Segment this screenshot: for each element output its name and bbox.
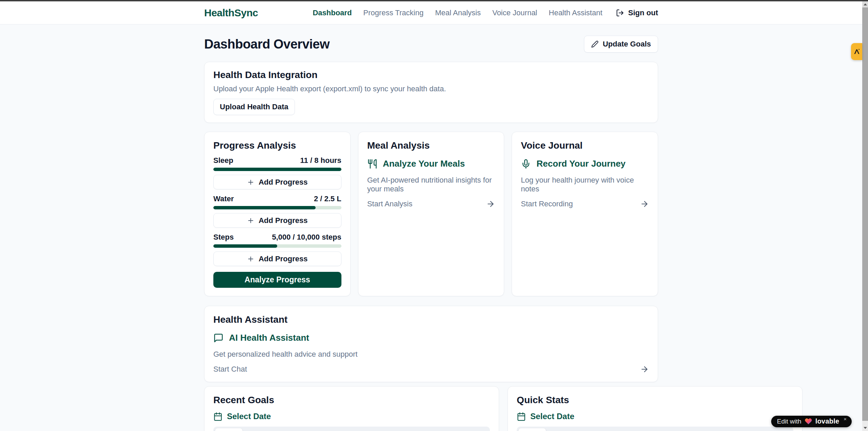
scroll-down-button[interactable]	[862, 425, 868, 431]
analyze-your-meals-link[interactable]: Analyze Your Meals	[383, 158, 465, 169]
select-date-label: Select Date	[530, 412, 574, 421]
chat-bubble-icon	[213, 333, 224, 343]
dev-tool-floating-button[interactable]	[851, 43, 862, 60]
arrow-right-icon	[640, 200, 649, 208]
water-metric: Water 2 / 2.5 L Add Progress	[213, 194, 341, 228]
health-assistant-card: Health Assistant AI Health Assistant Get…	[204, 306, 658, 382]
sleep-progress-bar	[213, 168, 341, 171]
recent-goals-date-tabs: Today Yesterday Sat, Feb 1 Fri, Jan 31 T…	[213, 427, 490, 431]
plus-icon	[247, 179, 254, 186]
voice-journal-card: Voice Journal Record Your Journey Log yo…	[512, 132, 658, 296]
edit-with-lovable-badge[interactable]: Edit with lovable ×	[771, 416, 852, 427]
scroll-up-arrow-icon	[864, 3, 867, 5]
nav-link-voice-journal[interactable]: Voice Journal	[492, 8, 537, 17]
tab-fri-jan-31[interactable]: Fri, Jan 31	[622, 428, 661, 431]
sleep-metric: Sleep 11 / 8 hours Add Progress	[213, 156, 341, 189]
add-progress-label: Add Progress	[259, 255, 307, 263]
utensils-icon	[367, 159, 377, 169]
sign-out-label: Sign out	[628, 8, 658, 17]
tab-tue-jan-28[interactable]: Tue, Jan 28	[749, 428, 792, 431]
tab-sat-feb-1[interactable]: Sat, Feb 1	[280, 428, 318, 431]
meal-analysis-card: Meal Analysis Analyze Your Meals Get AI-…	[358, 132, 504, 296]
start-chat-label: Start Chat	[213, 365, 247, 374]
tab-yesterday[interactable]: Yesterday	[546, 428, 583, 431]
progress-analysis-title: Progress Analysis	[213, 140, 341, 151]
ai-health-assistant-link[interactable]: AI Health Assistant	[229, 333, 309, 343]
lovable-brand-label: lovable	[815, 417, 839, 425]
water-progress-fill	[213, 206, 316, 209]
steps-metric: Steps 5,000 / 10,000 steps Add Progress	[213, 233, 341, 266]
water-add-progress-button[interactable]: Add Progress	[213, 213, 341, 228]
calendar-icon	[517, 412, 526, 421]
start-recording-label: Start Recording	[521, 200, 573, 208]
start-analysis-label: Start Analysis	[367, 200, 412, 208]
steps-progress-fill	[213, 244, 277, 248]
health-data-card-title: Health Data Integration	[213, 70, 649, 80]
scroll-down-arrow-icon	[864, 427, 867, 429]
water-value: 2 / 2.5 L	[314, 194, 341, 203]
update-goals-button[interactable]: Update Goals	[584, 36, 658, 53]
page-scrollbar[interactable]	[862, 1, 868, 431]
lovable-logo-icon	[853, 48, 861, 56]
tab-tue-jan-28[interactable]: Tue, Jan 28	[445, 428, 488, 431]
start-chat-row[interactable]: Start Chat	[213, 365, 649, 374]
plus-icon	[247, 217, 254, 224]
sleep-value: 11 / 8 hours	[300, 156, 341, 165]
close-icon[interactable]: ×	[844, 416, 847, 422]
nav-link-dashboard[interactable]: Dashboard	[313, 8, 352, 17]
scrollbar-thumb[interactable]	[862, 7, 868, 421]
health-data-card-description: Upload your Apple Health export (export.…	[213, 85, 649, 93]
quick-stats-date-tabs: Today Yesterday Sat, Feb 1 Fri, Jan 31 T…	[517, 427, 793, 431]
edit-with-label: Edit with	[777, 418, 801, 425]
scroll-up-button[interactable]	[862, 1, 868, 7]
tab-sat-feb-1[interactable]: Sat, Feb 1	[583, 428, 622, 431]
tab-today[interactable]: Today	[215, 428, 243, 431]
record-your-journey-link[interactable]: Record Your Journey	[536, 158, 625, 169]
meal-analysis-description: Get AI-powered nutritional insights for …	[367, 176, 495, 193]
sign-out-button[interactable]: Sign out	[616, 8, 658, 17]
analyze-progress-button[interactable]: Analyze Progress	[213, 272, 341, 288]
recent-goals-card: Recent Goals Select Date Today Yesterday…	[204, 386, 499, 431]
voice-journal-title: Voice Journal	[521, 140, 649, 151]
arrow-right-icon	[486, 200, 495, 208]
page-viewport: HealthSync Dashboard Progress Tracking M…	[0, 1, 862, 431]
voice-journal-description: Log your health journey with voice notes	[521, 176, 649, 193]
steps-label: Steps	[213, 233, 234, 242]
sleep-add-progress-button[interactable]: Add Progress	[213, 175, 341, 189]
select-date-label: Select Date	[227, 412, 271, 421]
quick-stats-card: Quick Stats Select Date Today Yesterday …	[508, 386, 802, 431]
nav-link-progress-tracking[interactable]: Progress Tracking	[363, 8, 423, 17]
sleep-progress-fill	[213, 168, 341, 171]
start-recording-row[interactable]: Start Recording	[521, 200, 649, 208]
health-assistant-title: Health Assistant	[213, 314, 649, 325]
upload-health-data-button[interactable]: Upload Health Data	[213, 99, 295, 115]
tab-fri-jan-31[interactable]: Fri, Jan 31	[318, 428, 358, 431]
tab-thu-jan-30[interactable]: Thu, Jan 30	[661, 428, 704, 431]
recent-goals-title: Recent Goals	[213, 395, 490, 406]
water-label: Water	[213, 194, 234, 203]
steps-progress-bar	[213, 244, 341, 248]
tab-yesterday[interactable]: Yesterday	[243, 428, 280, 431]
plus-icon	[247, 255, 254, 263]
steps-add-progress-button[interactable]: Add Progress	[213, 251, 341, 266]
tab-today[interactable]: Today	[518, 428, 546, 431]
microphone-icon	[521, 159, 531, 169]
tab-wed-jan-29[interactable]: Wed, Jan 29	[401, 428, 445, 431]
tab-wed-jan-29[interactable]: Wed, Jan 29	[704, 428, 749, 431]
tab-thu-jan-30[interactable]: Thu, Jan 30	[358, 428, 401, 431]
add-progress-label: Add Progress	[259, 216, 307, 225]
steps-value: 5,000 / 10,000 steps	[272, 233, 341, 242]
health-assistant-description: Get personalized health advice and suppo…	[213, 350, 649, 359]
meal-analysis-title: Meal Analysis	[367, 140, 495, 151]
quick-stats-select-date[interactable]: Select Date	[517, 412, 793, 421]
sleep-label: Sleep	[213, 156, 233, 165]
progress-analysis-card: Progress Analysis Sleep 11 / 8 hours Add…	[204, 132, 351, 296]
heart-icon	[804, 417, 812, 425]
nav-link-health-assistant[interactable]: Health Assistant	[549, 8, 602, 17]
calendar-icon	[213, 412, 223, 421]
recent-goals-select-date[interactable]: Select Date	[213, 412, 490, 421]
nav-link-meal-analysis[interactable]: Meal Analysis	[435, 8, 481, 17]
start-analysis-row[interactable]: Start Analysis	[367, 200, 495, 208]
app-logo[interactable]: HealthSync	[204, 7, 258, 19]
add-progress-label: Add Progress	[259, 178, 307, 187]
